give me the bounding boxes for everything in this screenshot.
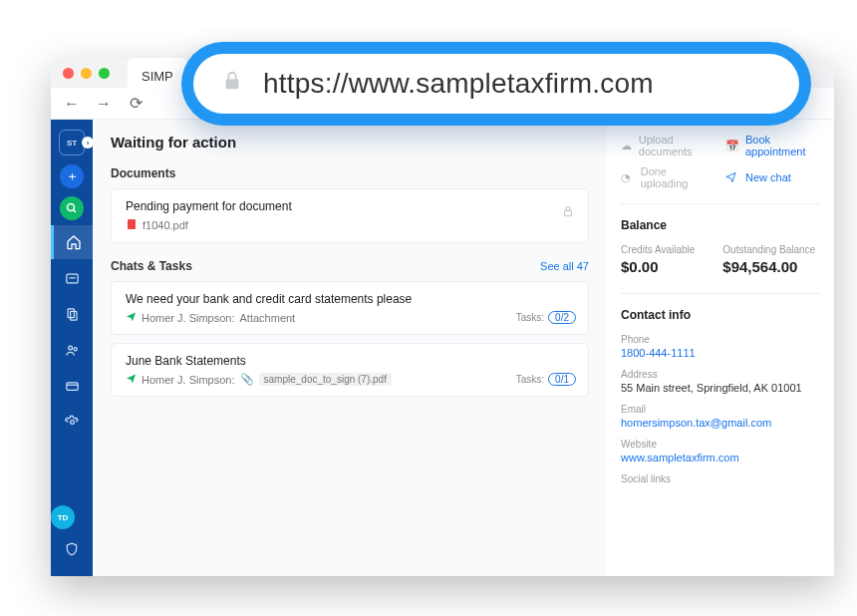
svg-rect-8 (66, 382, 77, 390)
book-appointment-link[interactable]: 📅 Book appointment (725, 134, 820, 157)
tasks-label: Tasks: (516, 374, 544, 385)
chat-attachment: Attachment (240, 312, 296, 324)
window-minimize-button[interactable] (81, 68, 92, 79)
chat-author: Homer J. Simpson: (142, 312, 235, 324)
search-button[interactable] (60, 196, 84, 220)
done-label: Done uploading (641, 165, 715, 189)
sidebar-item-messages[interactable] (51, 261, 93, 295)
svg-rect-13 (226, 79, 239, 89)
svg-line-1 (74, 210, 77, 213)
upload-documents-link[interactable]: ☁ Upload documents (621, 134, 715, 157)
org-logo-text: ST (67, 139, 77, 148)
email-label: Email (621, 404, 820, 415)
done-uploading-link[interactable]: ◔ Done uploading (621, 165, 715, 189)
outstanding-label: Outstanding Balance (722, 244, 815, 255)
right-panel: ☁ Upload documents 📅 Book appointment ◔ … (607, 120, 834, 576)
website-label: Website (621, 439, 820, 450)
tasks-count: 0/1 (548, 373, 576, 386)
browser-tab[interactable]: SIMP (128, 58, 187, 88)
phone-value[interactable]: 1800-444-1111 (621, 347, 820, 359)
chat-title: June Bank Statements (126, 354, 574, 368)
url-callout: https://www.sampletaxfirm.com (181, 42, 811, 126)
upload-label: Upload documents (639, 134, 715, 157)
calendar-icon: 📅 (725, 140, 739, 153)
contact-title: Contact info (621, 308, 820, 322)
chevron-right-icon: › (82, 137, 94, 149)
sidebar-item-settings[interactable] (51, 405, 93, 439)
document-card[interactable]: Pending payment for document f1040.pdf (111, 188, 589, 243)
new-chat-link[interactable]: New chat (725, 165, 820, 189)
back-button[interactable]: ← (63, 95, 81, 113)
social-label: Social links (621, 473, 820, 484)
window-close-button[interactable] (63, 68, 74, 79)
file-chip: sample_doc_to_sign (7).pdf (259, 373, 392, 386)
svg-point-6 (68, 346, 72, 350)
paper-plane-icon (126, 373, 137, 386)
svg-point-0 (68, 204, 75, 211)
see-all-link[interactable]: See all 47 (540, 260, 589, 272)
sidebar-item-billing[interactable] (51, 369, 93, 403)
chat-card[interactable]: We need your bank and credit card statem… (111, 281, 589, 335)
sidebar-item-docs[interactable] (51, 297, 93, 331)
document-title: Pending payment for document (126, 199, 574, 213)
tasks-count: 0/2 (548, 311, 576, 324)
paper-plane-icon (725, 171, 739, 184)
lock-icon (562, 205, 574, 220)
main-content: Waiting for action Documents Pending pay… (93, 120, 607, 576)
email-value[interactable]: homersimpson.tax@gmail.com (621, 417, 820, 429)
address-label: Address (621, 369, 820, 380)
user-initials: TD (58, 513, 69, 522)
reload-button[interactable]: ⟳ (127, 94, 144, 113)
book-label: Book appointment (745, 134, 820, 157)
credits-label: Credits Available (621, 244, 695, 255)
credits-value: $0.00 (621, 258, 695, 275)
lock-icon (221, 70, 243, 98)
browser-frame: SIMP ← → ⟳ ST › ＋ (51, 58, 834, 576)
page-title: Waiting for action (111, 134, 589, 151)
user-avatar[interactable]: TD (51, 505, 75, 529)
sidebar: ST › ＋ (51, 120, 93, 576)
svg-rect-11 (128, 219, 136, 229)
chat-title: We need your bank and credit card statem… (126, 292, 574, 306)
org-logo-badge[interactable]: ST › (59, 130, 85, 155)
documents-section-label: Documents (111, 166, 175, 180)
phone-label: Phone (621, 334, 820, 345)
add-button[interactable]: ＋ (60, 164, 84, 188)
tab-title: SIMP (142, 69, 173, 84)
bell-icon: ◔ (621, 171, 635, 184)
forward-button[interactable]: → (95, 95, 113, 113)
chat-card[interactable]: June Bank Statements Homer J. Simpson: 📎… (111, 343, 589, 397)
website-value[interactable]: www.sampletaxfirm.com (621, 452, 820, 463)
address-value: 55 Main street, Springfield, AK 01001 (621, 382, 820, 394)
balance-title: Balance (621, 218, 820, 232)
paperclip-icon: 📎 (240, 373, 254, 386)
document-filename: f1040.pdf (143, 219, 188, 231)
sidebar-item-shield[interactable] (51, 532, 93, 566)
svg-rect-12 (565, 211, 572, 216)
sidebar-item-contacts[interactable] (51, 333, 93, 367)
svg-point-7 (74, 347, 77, 350)
upload-icon: ☁ (621, 140, 633, 153)
outstanding-value: $94,564.00 (722, 258, 815, 275)
chat-author: Homer J. Simpson: (142, 374, 235, 386)
svg-point-10 (70, 420, 74, 424)
pdf-icon (126, 218, 138, 232)
chats-section-label: Chats & Tasks (111, 259, 192, 273)
address-bar[interactable]: https://www.sampletaxfirm.com (193, 54, 799, 114)
chat-label: New chat (745, 171, 791, 183)
paper-plane-icon (126, 311, 137, 324)
sidebar-item-home[interactable] (51, 225, 93, 259)
tasks-label: Tasks: (516, 312, 544, 323)
window-maximize-button[interactable] (99, 68, 110, 79)
url-text: https://www.sampletaxfirm.com (263, 68, 654, 100)
